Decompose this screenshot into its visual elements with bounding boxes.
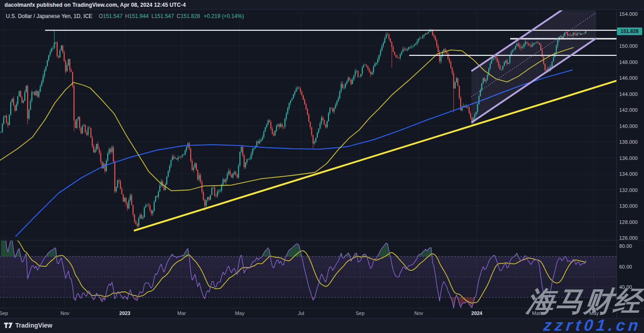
yellow-trendline[interactable] bbox=[134, 81, 617, 231]
price-axis-label: 154.000 bbox=[619, 11, 644, 17]
low-label: L bbox=[151, 13, 155, 19]
time-axis-label: Sep bbox=[0, 310, 8, 316]
price-axis-label: 132.000 bbox=[619, 187, 644, 193]
high-value: 151.944 bbox=[129, 13, 149, 19]
price-axis-label: 146.000 bbox=[619, 75, 644, 81]
rsi-overbought-fill bbox=[46, 248, 57, 256]
ascending-channel[interactable] bbox=[471, 9, 596, 123]
low-value: 151.547 bbox=[155, 13, 174, 19]
price-axis-label: 126.000 bbox=[619, 235, 644, 241]
price-axis-label: 134.000 bbox=[619, 171, 644, 177]
tradingview-snapshot: { "header": { "published": "dacolmanfx p… bbox=[0, 0, 644, 333]
time-axis-label: May bbox=[235, 310, 245, 316]
time-axis-label: Mar bbox=[178, 310, 186, 316]
price-axis-label: 150.000 bbox=[619, 43, 644, 49]
price-axis-label: 128.000 bbox=[619, 219, 644, 225]
price-axis-label: 148.000 bbox=[619, 59, 644, 65]
price-axis-label: 136.000 bbox=[619, 155, 644, 161]
change-value: +0.219 (+0.14%) bbox=[204, 13, 244, 19]
price-axis-label: 144.000 bbox=[619, 91, 644, 97]
price-axis-label: 142.000 bbox=[619, 107, 644, 113]
rsi-axis-label: 60.00 bbox=[619, 264, 644, 269]
high-label: H bbox=[125, 13, 129, 19]
price-axis-label: 138.000 bbox=[619, 139, 644, 145]
symbol-legend[interactable]: U.S. Dollar / Japanese Yen, 1D, ICEO151.… bbox=[6, 13, 244, 19]
time-axis-label: Nov bbox=[414, 310, 423, 316]
open-value: 151.547 bbox=[103, 13, 122, 19]
time-axis-label: Nov bbox=[60, 310, 69, 316]
rsi-axis-label: 80.00 bbox=[619, 243, 644, 249]
tradingview-icon bbox=[4, 322, 13, 328]
watermark-url: zzrt01.cn bbox=[543, 316, 642, 333]
symbol-title: U.S. Dollar / Japanese Yen, 1D, ICE bbox=[6, 13, 92, 19]
tradingview-logo-link[interactable]: TradingView bbox=[4, 322, 52, 329]
time-axis-label: Sep bbox=[356, 310, 365, 316]
rsi-pane bbox=[0, 231, 617, 308]
close-value: 151.828 bbox=[181, 13, 200, 19]
time-axis-label: Jul bbox=[298, 310, 304, 316]
time-axis-label: 2024 bbox=[471, 310, 482, 316]
time-axis-label: 2023 bbox=[119, 310, 130, 316]
price-axis-label: 140.000 bbox=[619, 123, 644, 129]
tradingview-wordmark: TradingView bbox=[15, 322, 52, 329]
rsi-overbought-fill bbox=[262, 248, 270, 256]
watermark-chinese: 海马财经 bbox=[525, 283, 644, 320]
close-label: C bbox=[177, 13, 181, 19]
last-price-label: 151.828 bbox=[617, 27, 642, 35]
price-axis-label: 130.000 bbox=[619, 203, 644, 209]
